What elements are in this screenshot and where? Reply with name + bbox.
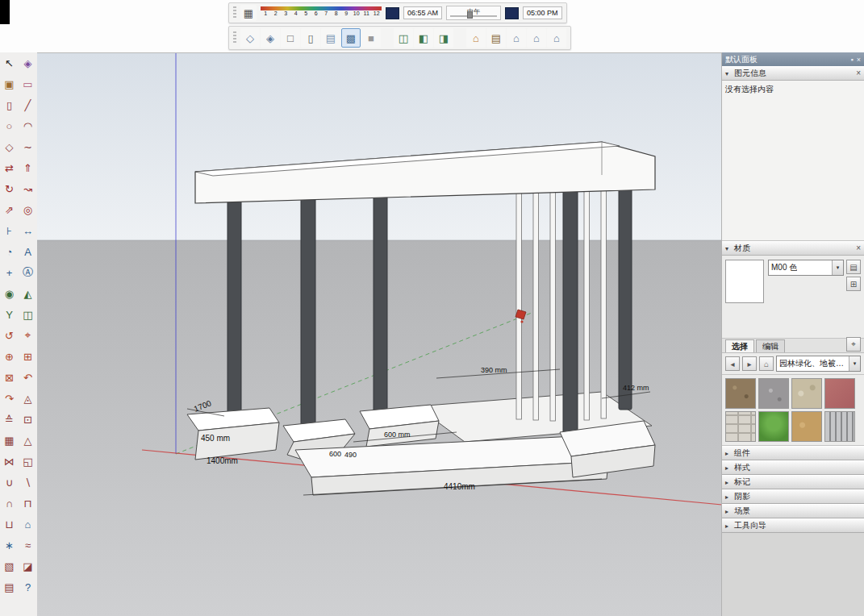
texture-cork[interactable] — [791, 411, 822, 442]
panel-titlebar[interactable]: 默认面板 ▪ × — [722, 52, 864, 66]
pin-icon[interactable]: ▪ — [851, 56, 854, 64]
solid-trim-tool[interactable]: ⊓ — [19, 493, 37, 514]
position-camera-tool[interactable]: ◉ — [0, 283, 19, 304]
outer-shell-tool[interactable]: ◱ — [19, 451, 37, 472]
rotate-tool[interactable]: ↻ — [0, 178, 19, 199]
sample-paint-icon[interactable]: ⌖ — [846, 337, 861, 352]
month-tick[interactable]: 10 — [352, 10, 362, 16]
texture-fence-slats[interactable] — [824, 411, 855, 442]
rectangle-tool[interactable]: ▯ — [0, 94, 19, 115]
follow-me-tool[interactable]: ↝ — [19, 178, 37, 199]
create-material-icon[interactable]: ⊞ — [846, 277, 861, 291]
back-arrow-icon[interactable]: ◂ — [725, 356, 740, 371]
month-tick[interactable]: 5 — [301, 10, 311, 16]
zoom-extents-tool[interactable]: ⊠ — [0, 367, 19, 388]
shadow-time-slider[interactable]: 中午 — [446, 6, 501, 20]
text-tool[interactable]: A — [19, 241, 37, 262]
shadow-date-slider[interactable]: 123456789101112 — [261, 6, 382, 20]
from-contours-tool[interactable]: ▦ — [0, 430, 19, 451]
texture-grass[interactable] — [758, 411, 789, 442]
home-icon[interactable]: ⌂ — [759, 356, 774, 371]
circle-tool[interactable]: ○ — [0, 115, 19, 136]
section-plane-tool[interactable]: ◫ — [19, 304, 37, 325]
make-component-tool[interactable]: ◈ — [19, 52, 37, 73]
match-photo-tool[interactable]: ▧ — [0, 556, 19, 576]
forward-arrow-icon[interactable]: ▸ — [742, 356, 757, 371]
month-tick[interactable]: 9 — [341, 10, 352, 16]
eraser-tool[interactable]: ▭ — [19, 73, 37, 94]
solid-intersect-tool[interactable]: ∩ — [0, 493, 19, 514]
3d-text-tool[interactable]: Ⓐ — [19, 262, 37, 283]
style-hidden-line-icon[interactable]: ▯ — [301, 28, 320, 48]
section-tags[interactable]: ▸ 标记 — [722, 475, 864, 489]
active-material-thumbnail[interactable] — [725, 260, 764, 303]
line-tool[interactable]: ╱ — [19, 94, 37, 115]
view-iso-icon[interactable]: ⌂ — [466, 28, 486, 48]
solid-union-tool[interactable]: ∪ — [0, 472, 19, 493]
close-icon[interactable]: × — [856, 69, 861, 77]
style-monochrome-icon[interactable]: ■ — [361, 28, 381, 48]
drape-tool[interactable]: ≙ — [0, 409, 19, 430]
view-back-icon[interactable]: ⌂ — [547, 28, 566, 48]
section-fill-icon[interactable]: ◨ — [434, 28, 453, 48]
dimension-tool[interactable]: ↔ — [19, 220, 37, 241]
view-top-icon[interactable]: ▤ — [486, 28, 506, 48]
style-shaded-textures-icon[interactable]: ▩ — [341, 28, 361, 48]
materials-header[interactable]: ▾ 材质 × — [722, 241, 864, 256]
month-tick[interactable]: 4 — [291, 10, 302, 16]
month-tick[interactable]: 1 — [261, 10, 271, 16]
texture-rose-stone[interactable] — [824, 378, 855, 409]
shadows-tool[interactable]: ▤ — [0, 576, 19, 597]
zoom-next-tool[interactable]: ↷ — [0, 388, 19, 409]
month-tick[interactable]: 8 — [332, 10, 342, 16]
close-icon[interactable]: × — [856, 244, 861, 252]
tab-edit[interactable]: 编辑 — [756, 339, 785, 352]
section-shadows[interactable]: ▸ 阴影 — [722, 489, 864, 504]
instructor-tool[interactable]: ? — [19, 576, 37, 597]
flip-edge-tool[interactable]: ⋈ — [0, 451, 19, 472]
month-tick[interactable]: 2 — [271, 10, 282, 16]
share-model-tool[interactable]: ∗ — [0, 535, 19, 556]
orbit-tool[interactable]: ↺ — [0, 325, 19, 346]
section-scenes[interactable]: ▸ 场景 — [722, 504, 864, 518]
select-tool[interactable]: ↖ — [0, 52, 19, 73]
protractor-tool[interactable]: ◔ — [0, 241, 19, 262]
polygon-tool[interactable]: ◇ — [0, 136, 19, 157]
month-tick[interactable]: 11 — [361, 10, 372, 16]
walk-tool[interactable]: Y — [0, 304, 19, 325]
close-icon[interactable]: × — [857, 56, 861, 64]
add-detail-tool[interactable]: △ — [19, 430, 37, 451]
toolbar-grip[interactable] — [233, 6, 236, 19]
look-around-tool[interactable]: ◭ — [19, 283, 37, 304]
style-wireframe-icon[interactable]: □ — [281, 28, 300, 48]
freehand-tool[interactable]: ∼ — [19, 136, 37, 157]
tab-select[interactable]: 选择 — [725, 339, 754, 352]
solid-split-tool[interactable]: ⊔ — [0, 514, 19, 535]
3d-warehouse-tool[interactable]: ⌂ — [19, 514, 37, 535]
zoom-previous-tool[interactable]: ↶ — [19, 367, 37, 388]
sunrise-time-field[interactable]: 06:55 AM — [403, 6, 442, 19]
texture-pavers[interactable] — [725, 411, 756, 442]
section-cuts-icon[interactable]: ◧ — [414, 28, 433, 48]
texture-gravel-gray[interactable] — [758, 378, 789, 409]
push-pull-tool[interactable]: ⇑ — [19, 157, 37, 178]
month-tick[interactable]: 7 — [321, 10, 332, 16]
month-tick[interactable]: 3 — [281, 10, 291, 16]
entity-info-header[interactable]: ▾ 图元信息 × — [722, 66, 864, 81]
view-front-icon[interactable]: ⌂ — [507, 28, 526, 48]
section-components[interactable]: ▸ 组件 — [722, 446, 864, 460]
axes-tool[interactable]: + — [0, 262, 19, 283]
solid-subtract-tool[interactable]: ∖ — [19, 472, 37, 493]
smoove-tool[interactable]: ◬ — [19, 388, 37, 409]
texture-gravel-brown[interactable] — [725, 378, 756, 409]
zoom-window-tool[interactable]: ⊞ — [19, 346, 37, 367]
style-back-edges-icon[interactable]: ◈ — [261, 28, 280, 48]
pan-tool[interactable]: ⌖ — [19, 325, 37, 346]
month-tick[interactable]: 6 — [311, 10, 322, 16]
scale-tool[interactable]: ⇗ — [0, 199, 19, 220]
display-secondary-pane-icon[interactable]: ▤ — [846, 260, 861, 274]
toolbar-grip[interactable] — [233, 31, 236, 44]
fog-tool[interactable]: ≈ — [19, 535, 37, 556]
chevron-down-icon[interactable]: ▾ — [832, 260, 843, 275]
sunset-time-field[interactable]: 05:00 PM — [523, 6, 562, 19]
